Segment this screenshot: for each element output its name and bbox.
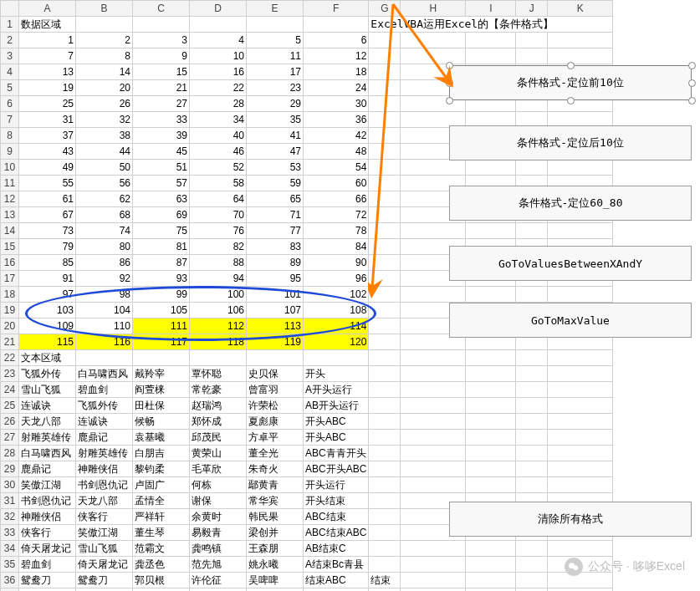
cell[interactable] — [369, 446, 401, 461]
cell[interactable] — [369, 541, 401, 557]
btn-between-xy[interactable]: GoToValuesBetweenXAndY — [449, 246, 692, 281]
cell[interactable] — [369, 350, 401, 366]
cell[interactable]: 郑怀成 — [190, 414, 247, 430]
cell[interactable] — [401, 588, 466, 592]
cell[interactable] — [401, 398, 466, 414]
row-header[interactable]: 24 — [1, 382, 19, 398]
cell[interactable] — [76, 588, 133, 592]
cell[interactable] — [516, 287, 548, 303]
cell[interactable]: 碧血剑 — [76, 382, 133, 398]
cell[interactable] — [466, 446, 516, 461]
cell[interactable]: 64 — [190, 191, 247, 207]
cell[interactable]: 81 — [133, 239, 190, 255]
cell[interactable]: 48 — [304, 144, 369, 160]
cell[interactable] — [369, 191, 401, 207]
cell[interactable]: 38 — [76, 128, 133, 144]
cell[interactable]: 常乾豪 — [190, 382, 247, 398]
cell[interactable]: 24 — [304, 80, 369, 96]
cell[interactable]: 83 — [247, 239, 304, 255]
row-header[interactable]: 16 — [1, 255, 19, 271]
cell[interactable]: 77 — [247, 223, 304, 239]
cell[interactable] — [369, 493, 401, 509]
cell[interactable] — [369, 112, 401, 128]
selection-handle[interactable] — [446, 62, 453, 69]
cell[interactable]: 29 — [247, 96, 304, 112]
cell[interactable] — [369, 271, 401, 287]
row-header[interactable]: 4 — [1, 64, 19, 80]
cell[interactable]: 80 — [76, 239, 133, 255]
cell[interactable] — [369, 334, 401, 350]
cell[interactable] — [401, 573, 466, 588]
cell[interactable]: 郭贝根 — [133, 573, 190, 588]
cell[interactable]: 33 — [133, 112, 190, 128]
cell[interactable]: 101 — [247, 287, 304, 303]
btn-clear-all[interactable]: 清除所有格式 — [449, 502, 692, 537]
cell[interactable] — [516, 588, 548, 592]
cell[interactable] — [247, 350, 304, 366]
cell[interactable]: 91 — [19, 271, 76, 287]
cell[interactable]: 25 — [19, 96, 76, 112]
row-header[interactable]: 6 — [1, 96, 19, 112]
cell[interactable]: 120 — [304, 334, 369, 350]
cell[interactable] — [401, 414, 466, 430]
cell[interactable]: 飞狐外传 — [19, 366, 76, 382]
cell[interactable]: 射雕英雄传 — [76, 446, 133, 461]
row-header[interactable]: 1 — [1, 17, 19, 33]
row-header[interactable]: 27 — [1, 430, 19, 446]
cell[interactable]: 余黄时 — [190, 509, 247, 525]
cell[interactable]: 天龙八部 — [19, 414, 76, 430]
cell[interactable]: 书剑恩仇记 — [76, 477, 133, 493]
col-header[interactable]: K — [548, 1, 613, 17]
cell[interactable] — [369, 557, 401, 573]
cell[interactable]: 史贝保 — [247, 366, 304, 382]
cell[interactable]: 13 — [19, 64, 76, 80]
cell[interactable]: 连诚诀 — [76, 414, 133, 430]
cell[interactable]: 候畅 — [133, 414, 190, 430]
row-header[interactable]: 14 — [1, 223, 19, 239]
cell[interactable] — [369, 239, 401, 255]
cell[interactable] — [548, 461, 613, 477]
cell[interactable] — [369, 223, 401, 239]
cell[interactable] — [190, 350, 247, 366]
cell[interactable]: 6 — [304, 33, 369, 48]
cell[interactable]: 2 — [76, 33, 133, 48]
cell[interactable]: 60 — [304, 176, 369, 191]
cell[interactable]: 106 — [190, 303, 247, 318]
row-header[interactable]: 8 — [1, 128, 19, 144]
cell[interactable]: 许荣松 — [247, 398, 304, 414]
cell[interactable]: 75 — [133, 223, 190, 239]
cell[interactable] — [401, 477, 466, 493]
cell[interactable]: 韩民果 — [247, 509, 304, 525]
cell[interactable]: 11 — [247, 48, 304, 64]
cell[interactable]: 66 — [304, 191, 369, 207]
cell[interactable]: 谢保 — [190, 493, 247, 509]
cell[interactable]: 1 — [19, 33, 76, 48]
cell[interactable] — [369, 366, 401, 382]
cell[interactable]: 111 — [133, 318, 190, 334]
cell[interactable]: 飞狐外传 — [76, 398, 133, 414]
cell[interactable] — [548, 223, 613, 239]
row-header[interactable]: 23 — [1, 366, 19, 382]
cell[interactable] — [76, 350, 133, 366]
cell[interactable]: A结束Bc青县 — [304, 557, 369, 573]
cell[interactable]: 105 — [133, 303, 190, 318]
cell[interactable] — [369, 303, 401, 318]
cell[interactable]: 田杜保 — [133, 398, 190, 414]
cell[interactable]: 68 — [76, 207, 133, 223]
cell[interactable]: 16 — [190, 64, 247, 80]
cell[interactable]: 94 — [190, 271, 247, 287]
cell[interactable] — [516, 366, 548, 382]
cell[interactable] — [548, 160, 613, 176]
cell[interactable]: 52 — [190, 160, 247, 176]
cell[interactable]: 104 — [76, 303, 133, 318]
cell[interactable]: 天龙八部 — [76, 493, 133, 509]
cell[interactable]: 白马啸西风 — [19, 446, 76, 461]
row-header[interactable]: 28 — [1, 446, 19, 461]
selection-handle[interactable] — [446, 79, 453, 87]
cell[interactable]: 31 — [19, 112, 76, 128]
cell[interactable]: 118 — [190, 334, 247, 350]
col-header[interactable]: I — [466, 1, 516, 17]
cell[interactable]: 笑傲江湖 — [19, 477, 76, 493]
cell[interactable]: 7 — [19, 48, 76, 64]
cell[interactable] — [548, 541, 613, 557]
